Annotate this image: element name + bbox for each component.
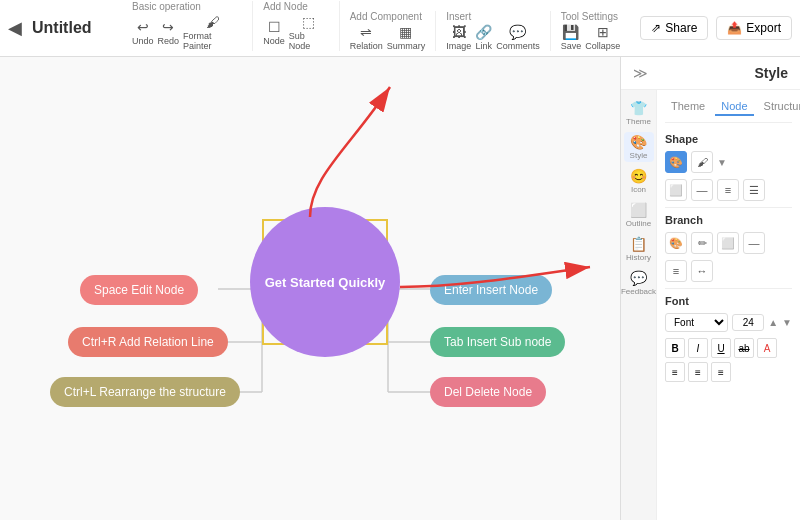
relation-label: Relation — [350, 41, 383, 51]
font-color-button[interactable]: A — [757, 338, 777, 358]
font-size-up[interactable]: ▲ — [768, 317, 778, 328]
right-node-1[interactable]: Enter Insert Node — [430, 275, 552, 305]
side-theme-button[interactable]: 👕 Theme — [624, 98, 654, 128]
toolbar-group-component: Add Component ⇌ Relation ▦ Summary — [350, 11, 437, 51]
branch-fill-button[interactable]: 🎨 — [665, 232, 687, 254]
branch-line-button[interactable]: — — [743, 232, 765, 254]
align-row: ≡ ≡ ≡ — [665, 362, 792, 382]
font-row: Font 24 ▲ ▼ — [665, 313, 792, 332]
font-size-down[interactable]: ▼ — [782, 317, 792, 328]
strikethrough-button[interactable]: ab — [734, 338, 754, 358]
feedback-icon: 💬 — [630, 270, 647, 286]
collapse-button[interactable]: ⊞ Collapse — [585, 24, 620, 51]
right-node-2-label: Tab Insert Sub node — [444, 335, 551, 349]
right-node-3-label: Del Delete Node — [444, 385, 532, 399]
collapse-icon: ⊞ — [597, 24, 609, 40]
link-button[interactable]: 🔗 Link — [475, 24, 492, 51]
export-icon: 📤 — [727, 21, 742, 35]
style-icon: 🎨 — [630, 134, 647, 150]
undo-label: Undo — [132, 36, 154, 46]
right-node-2[interactable]: Tab Insert Sub node — [430, 327, 565, 357]
left-node-2[interactable]: Ctrl+R Add Relation Line — [68, 327, 228, 357]
toolbar: Basic operation ↩ Undo ↪ Redo 🖌 Format P… — [132, 1, 640, 55]
shape-line1-button[interactable]: — — [691, 179, 713, 201]
shape-fill2-button[interactable]: 🖌 — [691, 151, 713, 173]
subnode-icon: ⬚ — [302, 14, 315, 30]
group-label-insert: Insert — [446, 11, 471, 22]
comments-label: Comments — [496, 41, 540, 51]
group-items-basic: ↩ Undo ↪ Redo 🖌 Format Painter — [132, 14, 242, 51]
page-title: Untitled — [32, 19, 112, 37]
back-button[interactable]: ◀ — [8, 17, 22, 39]
side-icon-button[interactable]: 😊 Icon — [624, 166, 654, 196]
center-node-label: Get Started Quickly — [265, 275, 386, 290]
font-select[interactable]: Font — [665, 313, 728, 332]
comments-button[interactable]: 💬 Comments — [496, 24, 540, 51]
side-feedback-button[interactable]: 💬 Feedback — [624, 268, 654, 298]
outline-label: Outline — [626, 219, 651, 228]
align-left-button[interactable]: ≡ — [665, 362, 685, 382]
undo-button[interactable]: ↩ Undo — [132, 19, 154, 46]
link-icon: 🔗 — [475, 24, 492, 40]
image-button[interactable]: 🖼 Image — [446, 24, 471, 51]
side-style-button[interactable]: 🎨 Style — [624, 132, 654, 162]
align-right-button[interactable]: ≡ — [711, 362, 731, 382]
italic-button[interactable]: I — [688, 338, 708, 358]
right-node-3[interactable]: Del Delete Node — [430, 377, 546, 407]
branch-align1-button[interactable]: ≡ — [665, 260, 687, 282]
center-node[interactable]: Get Started Quickly — [250, 207, 400, 357]
bold-button[interactable]: B — [665, 338, 685, 358]
tab-structure[interactable]: Structure — [758, 98, 800, 116]
save-button[interactable]: 💾 Save — [561, 24, 582, 51]
shape-fill-button[interactable]: 🎨 — [665, 151, 687, 173]
underline-button[interactable]: U — [711, 338, 731, 358]
divider-1 — [665, 207, 792, 208]
share-label: Share — [665, 21, 697, 35]
format-painter-button[interactable]: 🖌 Format Painter — [183, 14, 242, 51]
save-label: Save — [561, 41, 582, 51]
history-label: History — [626, 253, 651, 262]
left-node-3[interactable]: Ctrl+L Rearrange the structure — [50, 377, 240, 407]
left-node-1[interactable]: Space Edit Node — [80, 275, 198, 305]
group-items-tools: 💾 Save ⊞ Collapse — [561, 24, 621, 51]
shape-line2-button[interactable]: ≡ — [717, 179, 739, 201]
align-center-button[interactable]: ≡ — [688, 362, 708, 382]
divider-2 — [665, 288, 792, 289]
left-node-1-label: Space Edit Node — [94, 283, 184, 297]
redo-button[interactable]: ↪ Redo — [158, 19, 180, 46]
group-items-add-node: ☐ Node ⬚ Sub Node — [263, 14, 328, 51]
branch-align2-button[interactable]: ↔ — [691, 260, 713, 282]
share-button[interactable]: ⇗ Share — [640, 16, 708, 40]
side-icons: 👕 Theme 🎨 Style 😊 Icon ⬜ Outline 📋 — [621, 90, 657, 520]
feedback-label: Feedback — [621, 287, 656, 296]
panel-body: Theme Node Structure Shape 🎨 🖌 ▼ ⬜ — ≡ ☰ — [657, 90, 800, 520]
summary-button[interactable]: ▦ Summary — [387, 24, 426, 51]
shape-border1-button[interactable]: ⬜ — [665, 179, 687, 201]
branch-rect-button[interactable]: ⬜ — [717, 232, 739, 254]
link-label: Link — [475, 41, 492, 51]
image-label: Image — [446, 41, 471, 51]
tab-node[interactable]: Node — [715, 98, 753, 116]
font-size-input[interactable]: 24 — [732, 314, 764, 331]
relation-button[interactable]: ⇌ Relation — [350, 24, 383, 51]
format-painter-icon: 🖌 — [206, 14, 220, 30]
branch-section-title: Branch — [665, 214, 792, 226]
panel-collapse-button[interactable]: ≫ — [633, 65, 648, 81]
canvas[interactable]: Get Started Quickly Space Edit Node Ctrl… — [0, 57, 620, 520]
side-history-button[interactable]: 📋 History — [624, 234, 654, 264]
shape-line3-button[interactable]: ☰ — [743, 179, 765, 201]
branch-icon-row2: ≡ ↔ — [665, 260, 792, 282]
toolbar-group-tools: Tool Settings 💾 Save ⊞ Collapse — [561, 11, 631, 51]
left-node-3-label: Ctrl+L Rearrange the structure — [64, 385, 226, 399]
tab-theme[interactable]: Theme — [665, 98, 711, 116]
outline-icon: ⬜ — [630, 202, 647, 218]
left-node-2-label: Ctrl+R Add Relation Line — [82, 335, 214, 349]
branch-color-button[interactable]: ✏ — [691, 232, 713, 254]
icon-label: Icon — [631, 185, 646, 194]
add-node-button[interactable]: ☐ Node — [263, 19, 285, 46]
export-button[interactable]: 📤 Export — [716, 16, 792, 40]
add-subnode-button[interactable]: ⬚ Sub Node — [289, 14, 329, 51]
shape-section-title: Shape — [665, 133, 792, 145]
subnode-label: Sub Node — [289, 31, 329, 51]
side-outline-button[interactable]: ⬜ Outline — [624, 200, 654, 230]
